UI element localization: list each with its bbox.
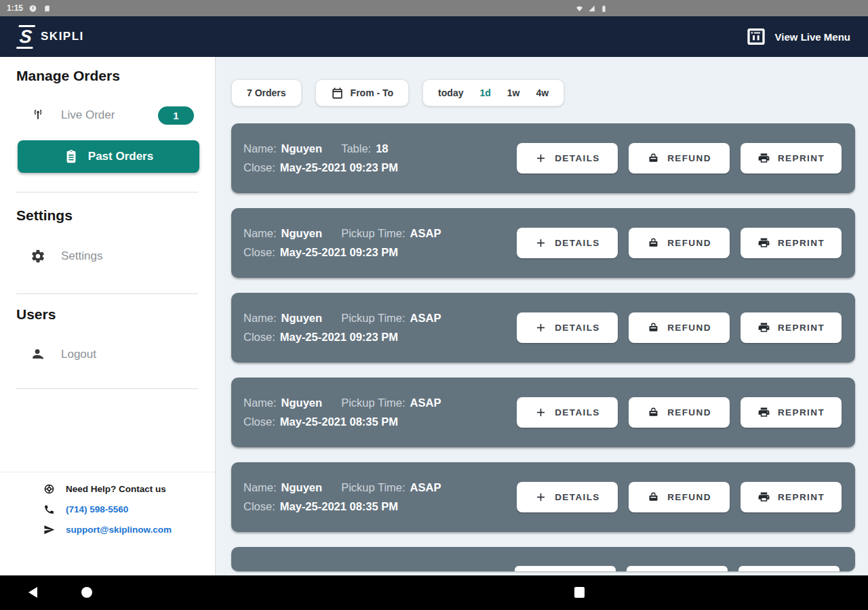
plus-icon: [534, 152, 547, 165]
reprint-button[interactable]: REPRINT: [741, 143, 842, 174]
details-button[interactable]: DETAILS: [517, 228, 618, 258]
sidebar-item-logout[interactable]: Logout: [0, 344, 215, 365]
close-label: Close:: [243, 246, 275, 258]
phone-link[interactable]: (714) 598-5560: [66, 504, 128, 514]
sidebar-item-settings[interactable]: Settings: [0, 246, 215, 266]
settings-heading: Settings: [16, 207, 73, 224]
meta-label: Pickup Time:: [341, 481, 405, 493]
reprint-label: REPRINT: [778, 407, 825, 418]
date-range-chip[interactable]: From - To: [315, 79, 410, 106]
plus-icon: [534, 237, 547, 249]
cash-register-icon: [647, 152, 660, 165]
brand-logo: S SKIPLI: [18, 25, 84, 49]
home-icon[interactable]: [81, 587, 92, 598]
plus-icon: [534, 406, 547, 419]
close-label: Close:: [243, 331, 275, 343]
refund-button[interactable]: REFUND: [629, 228, 730, 258]
recents-icon[interactable]: [574, 587, 585, 598]
range-1w[interactable]: 1w: [507, 87, 520, 98]
cash-register-icon: [647, 491, 660, 504]
sidebar-item-live-order[interactable]: Live Order 1: [0, 105, 215, 125]
phone-row[interactable]: (714) 598-5560: [43, 504, 215, 515]
details-button[interactable]: DETAILS: [517, 397, 618, 428]
past-orders-button[interactable]: Past Orders: [18, 140, 199, 173]
refund-button[interactable]: REFUND: [629, 312, 730, 343]
order-count-chip[interactable]: 7 Orders: [231, 79, 302, 106]
reprint-label: REPRINT: [778, 323, 825, 333]
details-button[interactable]: DETAILS: [517, 482, 618, 512]
sidebar-divider: [16, 293, 198, 294]
printer-icon: [757, 152, 770, 165]
live-order-label: Live Order: [61, 108, 115, 122]
refund-button: [627, 566, 728, 571]
refund-label: REFUND: [667, 153, 711, 163]
brand-name: SKIPLI: [41, 30, 84, 43]
email-link[interactable]: support@skiplinow.com: [66, 525, 172, 535]
refund-button[interactable]: REFUND: [629, 482, 730, 512]
order-info: Name:NguyenPickup Time:ASAP Close:May-25…: [243, 462, 441, 532]
quick-range-chip: today 1d 1w 4w: [422, 79, 564, 106]
view-live-menu-button[interactable]: View Live Menu: [745, 26, 850, 47]
order-card: Name:NguyenPickup Time:ASAP Close:May-25…: [231, 208, 855, 278]
customer-name: Nguyen: [281, 481, 323, 493]
status-time: 1:15: [7, 3, 23, 13]
orders-main-panel: 7 Orders From - To today 1d 1w 4w Name:N…: [216, 57, 868, 575]
settings-item-label: Settings: [61, 249, 102, 263]
help-row: Need Help? Contact us: [43, 483, 215, 495]
name-label: Name:: [243, 481, 277, 493]
meta-label: Pickup Time:: [341, 312, 405, 324]
details-label: DETAILS: [555, 492, 600, 502]
logo-s-icon: S: [16, 25, 35, 49]
meta-value: ASAP: [410, 312, 441, 324]
gear-icon: [31, 249, 45, 264]
cell-signal-icon: [587, 4, 596, 13]
reprint-button[interactable]: REPRINT: [741, 312, 842, 343]
back-icon[interactable]: [28, 587, 37, 598]
reprint-button[interactable]: REPRINT: [741, 228, 842, 258]
customer-name: Nguyen: [281, 312, 323, 324]
view-live-menu-label: View Live Menu: [775, 31, 850, 43]
range-4w[interactable]: 4w: [536, 87, 549, 98]
users-heading: Users: [16, 306, 56, 323]
order-card: Name:NguyenPickup Time:ASAP Close:May-25…: [231, 462, 855, 532]
close-label: Close:: [243, 161, 275, 174]
range-1d[interactable]: 1d: [479, 87, 490, 98]
meta-label: Pickup Time:: [341, 396, 405, 409]
reprint-label: REPRINT: [778, 238, 825, 248]
refund-button[interactable]: REFUND: [629, 397, 730, 428]
range-today[interactable]: today: [438, 87, 463, 98]
order-card: Name:NguyenPickup Time:ASAP Close:May-25…: [231, 293, 855, 363]
cash-register-icon: [647, 406, 660, 419]
close-label: Close:: [243, 500, 275, 512]
details-button[interactable]: DETAILS: [517, 143, 618, 174]
notification-icon: [28, 4, 37, 13]
customer-name: Nguyen: [281, 396, 323, 409]
customer-name: Nguyen: [281, 227, 323, 239]
meta-label: Pickup Time:: [341, 227, 405, 239]
logout-label: Logout: [61, 348, 96, 361]
details-button: [515, 566, 616, 571]
close-time: May-25-2021 09:23 PM: [280, 161, 398, 174]
details-button[interactable]: DETAILS: [517, 312, 618, 343]
name-label: Name:: [243, 396, 277, 409]
screenshot-icon: [43, 4, 52, 13]
name-label: Name:: [243, 312, 277, 324]
cash-register-icon: [647, 321, 660, 334]
reprint-button[interactable]: REPRINT: [741, 482, 842, 512]
battery-icon: [599, 4, 608, 13]
meta-value: 18: [376, 142, 388, 155]
filter-bar: 7 Orders From - To today 1d 1w 4w: [231, 79, 564, 106]
printer-icon: [757, 237, 770, 249]
email-row[interactable]: support@skiplinow.com: [43, 524, 215, 535]
close-time: May-25-2021 08:35 PM: [280, 415, 398, 428]
reprint-button[interactable]: REPRINT: [741, 397, 842, 428]
reprint-label: REPRINT: [778, 153, 825, 163]
sidebar-divider: [16, 192, 198, 192]
order-info: Name:NguyenPickup Time:ASAP Close:May-25…: [243, 208, 441, 278]
details-label: DETAILS: [555, 323, 600, 333]
details-label: DETAILS: [555, 238, 600, 248]
lifebuoy-help-icon: [43, 483, 55, 495]
app-bar: S SKIPLI View Live Menu: [0, 16, 868, 57]
sidebar: Manage Orders Live Order 1 Past Orders S…: [0, 57, 216, 575]
refund-button[interactable]: REFUND: [629, 143, 730, 174]
